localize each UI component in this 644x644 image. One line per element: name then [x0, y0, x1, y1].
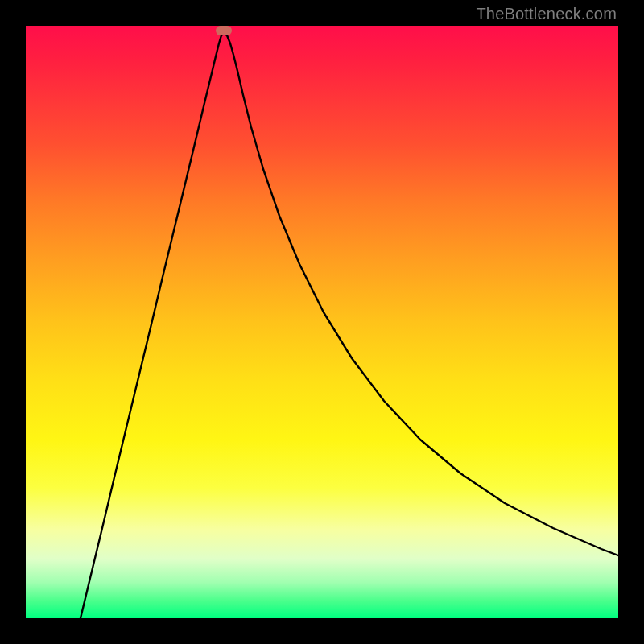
optimal-point-marker	[216, 26, 232, 35]
chart-plot-area	[26, 26, 618, 618]
watermark-label: TheBottleneck.com	[476, 5, 617, 23]
bottleneck-curve	[26, 26, 618, 618]
